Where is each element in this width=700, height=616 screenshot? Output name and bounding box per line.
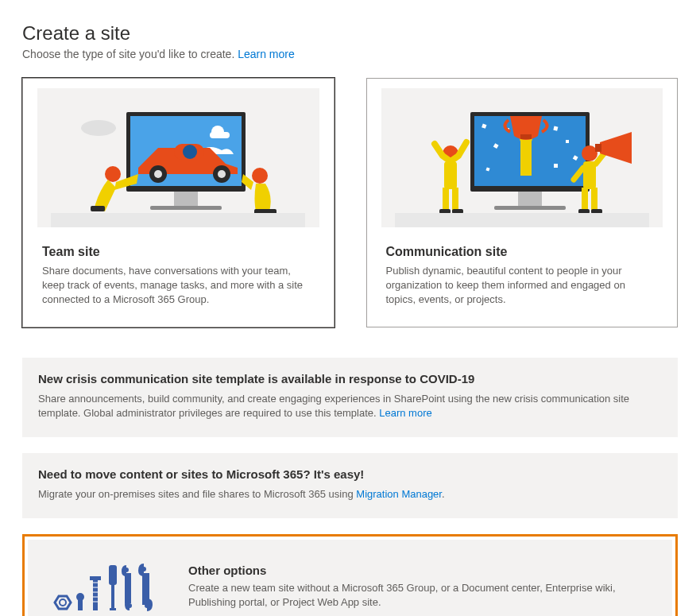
svg-point-8: [183, 145, 197, 159]
team-site-desc: Share documents, have conversations with…: [23, 264, 334, 308]
crisis-learn-more-link[interactable]: Learn more: [379, 407, 431, 419]
page-subtitle: Choose the type of site you'd like to cr…: [22, 48, 678, 60]
team-site-card[interactable]: Team site Share documents, have conversa…: [22, 78, 335, 327]
team-site-title: Team site: [23, 245, 334, 259]
svg-rect-55: [111, 585, 114, 609]
svg-rect-52: [93, 579, 98, 610]
team-site-illustration: [37, 88, 319, 227]
svg-rect-20: [518, 192, 542, 207]
other-options-card[interactable]: Other options Create a new team site wit…: [28, 540, 672, 616]
svg-rect-26: [566, 140, 569, 143]
communication-site-title: Communication site: [367, 245, 678, 259]
svg-marker-48: [55, 596, 71, 609]
page-title: Create a site: [22, 22, 678, 45]
svg-rect-57: [125, 573, 131, 603]
svg-rect-28: [554, 164, 558, 168]
tools-icon: [47, 559, 166, 614]
other-options-title: Other options: [188, 564, 653, 577]
svg-rect-3: [150, 206, 222, 210]
svg-point-49: [60, 599, 66, 606]
communication-site-illustration: [381, 88, 663, 227]
svg-rect-43: [591, 188, 598, 211]
svg-point-12: [218, 170, 226, 178]
svg-rect-54: [109, 565, 117, 585]
svg-point-15: [252, 168, 268, 184]
svg-rect-53: [90, 576, 101, 580]
other-options-desc: Create a new team site without a Microso…: [188, 581, 653, 610]
svg-rect-37: [452, 188, 458, 211]
communication-site-desc: Publish dynamic, beautiful content to pe…: [367, 264, 678, 308]
svg-point-13: [105, 166, 121, 182]
crisis-banner-text: Share announcements, build community, an…: [38, 393, 629, 420]
svg-rect-35: [444, 161, 457, 189]
migrate-suffix: .: [442, 488, 445, 500]
svg-rect-47: [395, 213, 649, 227]
svg-rect-14: [91, 206, 105, 211]
migrate-banner: Need to move content or sites to Microso…: [22, 453, 678, 518]
svg-rect-56: [110, 608, 116, 610]
site-type-cards: Team site Share documents, have conversa…: [22, 78, 678, 327]
other-options-text: Other options Create a new team site wit…: [188, 564, 653, 610]
svg-rect-51: [78, 599, 83, 610]
subtitle-text: Choose the type of site you'd like to cr…: [22, 48, 238, 60]
migration-manager-link[interactable]: Migration Manager: [356, 488, 442, 500]
svg-rect-36: [443, 188, 449, 211]
svg-rect-17: [51, 213, 305, 227]
svg-point-4: [81, 120, 116, 136]
svg-rect-2: [174, 192, 198, 207]
other-options-highlight: Other options Create a new team site wit…: [22, 534, 678, 616]
crisis-banner-desc: Share announcements, build community, an…: [38, 392, 662, 422]
migrate-banner-text: Migrate your on-premises sites and file …: [38, 488, 356, 500]
migrate-banner-desc: Migrate your on-premises sites and file …: [38, 487, 662, 502]
svg-rect-33: [520, 134, 532, 139]
crisis-banner: New crisis communication site template i…: [22, 358, 678, 438]
learn-more-link[interactable]: Learn more: [238, 48, 295, 60]
communication-site-card[interactable]: Communication site Publish dynamic, beau…: [366, 78, 679, 327]
svg-point-10: [154, 170, 162, 178]
svg-rect-46: [595, 144, 601, 152]
migrate-banner-title: Need to move content or sites to Microso…: [38, 467, 662, 481]
svg-rect-21: [494, 206, 566, 210]
crisis-banner-title: New crisis communication site template i…: [38, 372, 662, 385]
svg-rect-6: [210, 132, 230, 138]
svg-rect-42: [582, 188, 588, 211]
